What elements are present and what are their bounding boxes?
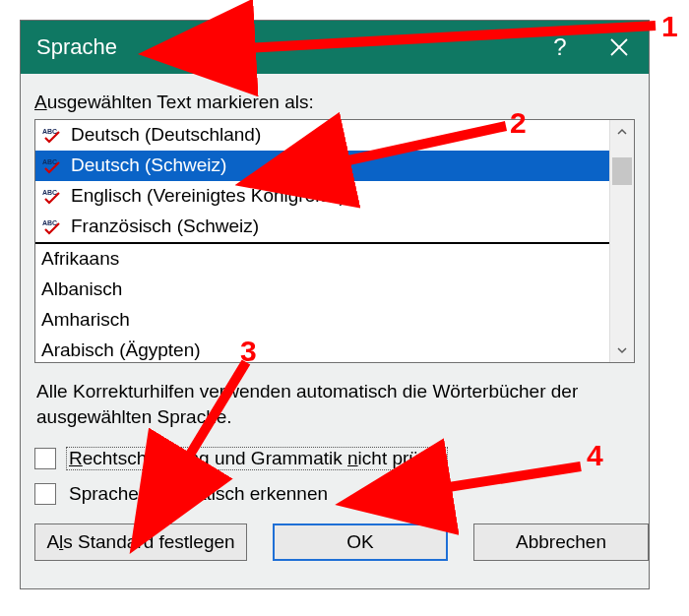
language-name: Amharisch [41,309,130,331]
language-name: Französisch (Schweiz) [71,216,259,237]
scroll-thumb[interactable] [612,157,632,185]
language-item[interactable]: ABC Englisch (Vereinigtes Königreich) [35,181,610,212]
language-name: Albanisch [41,278,122,300]
checkbox-label-no-spellcheck[interactable]: Rechtschreibung und Grammatik nicht prüf… [66,447,448,470]
check-row-autodetect: Sprache automatisch erkennen [34,482,635,506]
button-row: Als Standard festlegen OK Abbrechen [34,524,635,561]
close-button[interactable] [590,21,649,74]
language-dialog: Sprache ? Ausgewählten Text markieren al… [20,20,650,589]
language-list-inner: ABC Deutsch (Deutschland) ABC Deutsch (S… [35,120,610,362]
language-item[interactable]: ABC Deutsch (Deutschland) [35,120,610,151]
close-icon [608,36,630,58]
svg-text:ABC: ABC [42,158,57,165]
set-default-button[interactable]: Als Standard festlegen [34,524,247,561]
stage: Sprache ? Ausgewählten Text markieren al… [0,0,689,616]
language-item[interactable]: Afrikaans [35,244,610,275]
scroll-down-button[interactable] [610,339,634,362]
ok-button[interactable]: OK [273,524,448,561]
svg-text:ABC: ABC [42,219,57,226]
dialog-title: Sprache [36,34,117,60]
checkbox-autodetect-language[interactable] [34,483,56,505]
list-scrollbar[interactable] [609,120,634,362]
svg-text:ABC: ABC [42,128,57,135]
check-row-spellgrammar: Rechtschreibung und Grammatik nicht prüf… [34,447,635,470]
language-item[interactable]: Arabisch (Ägypten) [35,336,610,363]
language-name: Deutsch (Schweiz) [71,154,226,176]
language-item[interactable]: Amharisch [35,305,610,336]
list-label: Ausgewählten Text markieren als: [34,92,635,113]
scroll-up-button[interactable] [610,120,634,144]
help-button[interactable]: ? [531,21,590,74]
titlebar: Sprache ? [21,21,649,74]
spellcheck-available-icon: ABC [41,156,65,174]
language-name: Deutsch (Deutschland) [71,124,261,146]
dialog-body: Ausgewählten Text markieren als: ABC Deu… [21,74,649,575]
language-item[interactable]: ABC Deutsch (Schweiz) [35,151,610,181]
svg-text:ABC: ABC [42,189,57,196]
info-text: Alle Korrekturhilfen verwenden automatis… [36,379,633,429]
checkbox-group: Rechtschreibung und Grammatik nicht prüf… [34,447,635,506]
language-listbox[interactable]: ABC Deutsch (Deutschland) ABC Deutsch (S… [34,119,635,363]
checkbox-no-spellcheck[interactable] [34,448,56,469]
cancel-button[interactable]: Abbrechen [473,524,649,561]
language-item[interactable]: ABC Französisch (Schweiz) [35,212,610,242]
annotation-number-1: 1 [661,10,678,43]
checkbox-label-autodetect[interactable]: Sprache automatisch erkennen [66,482,331,506]
language-item[interactable]: Albanisch [35,275,610,305]
spellcheck-available-icon: ABC [41,187,65,205]
language-name: Arabisch (Ägypten) [41,339,201,361]
spellcheck-available-icon: ABC [41,217,65,235]
language-name: Afrikaans [41,248,119,270]
language-name: Englisch (Vereinigtes Königreich) [71,185,345,207]
spellcheck-available-icon: ABC [41,126,65,144]
help-icon: ? [553,33,566,61]
